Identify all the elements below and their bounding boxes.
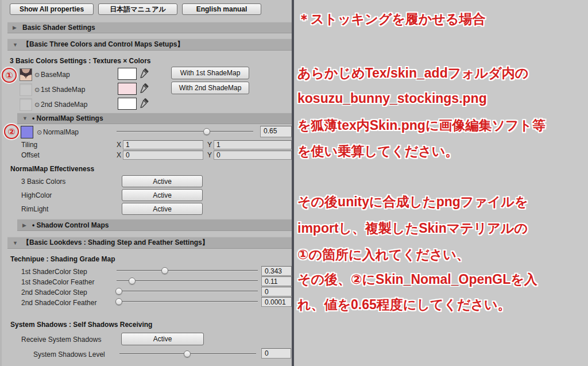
system-shadows-level-label: System Shadows Level: [33, 350, 105, 359]
note-line: を使い乗算してください。: [297, 142, 458, 160]
slider-track: [117, 280, 258, 282]
2nd-shadecolor-feather-slider[interactable]: [117, 298, 258, 306]
object-picker-icon[interactable]: ⊙: [34, 101, 40, 109]
normalmap-label: NormalMap: [43, 128, 79, 136]
header-label: Basic Shader Settings: [22, 24, 95, 32]
1st-shadercolor-step-value[interactable]: 0.343: [261, 266, 292, 276]
eyedropper-icon[interactable]: [140, 68, 149, 78]
slider-track: [117, 270, 258, 271]
tiling-y-field[interactable]: 1: [214, 140, 292, 149]
axis-y-label: Y: [207, 151, 212, 159]
technique-label: Technipue : Shading Grade Map: [10, 255, 115, 263]
header-label: 【Basic Lookdevs : Shading Step and Feath…: [22, 238, 209, 248]
1st-shadecolor-feather-label: 1st ShadeColor Feather: [21, 278, 94, 286]
1st-shadercolor-step-slider[interactable]: [117, 267, 258, 275]
header-basic-lookdevs[interactable]: ▼ 【Basic Lookdevs : Shading Step and Fea…: [7, 237, 292, 249]
system-shadows-heading: System Shadows : Self Shadows Receiving: [10, 321, 152, 329]
receive-system-shadows-label: Receive System Shadows: [21, 336, 101, 344]
callout-number-2: ②: [4, 124, 19, 139]
object-picker-icon[interactable]: ⊙: [34, 86, 40, 94]
foldout-expanded-icon[interactable]: ▼: [22, 115, 29, 121]
1st-shademap-label: 1st ShadeMap: [41, 86, 85, 94]
basemap-label: BaseMap: [41, 71, 70, 79]
effect-highcolor-label: HighColor: [21, 191, 52, 199]
slider-track: [117, 301, 258, 302]
note-line: その後unityに合成したpngファイルを: [297, 193, 528, 211]
note-line: ＊ストッキングを履かせる場合: [297, 10, 485, 28]
foldout-expanded-icon[interactable]: ▼: [13, 240, 19, 246]
japanese-manual-button[interactable]: 日本語マニュアル: [98, 3, 177, 15]
note-line: を狐薄tex内Skin.pngに画像編集ソフト等: [297, 117, 546, 134]
basemap-color-swatch[interactable]: [118, 68, 137, 80]
object-picker-icon[interactable]: ⊙: [34, 71, 40, 79]
slider-track: [117, 131, 253, 132]
2nd-shadecolor-feather-label: 2nd ShadeColor Feather: [21, 299, 96, 307]
slider-handle[interactable]: [129, 278, 136, 284]
foldout-collapsed-icon[interactable]: ▶: [22, 222, 29, 228]
axis-x-label: X: [117, 151, 121, 159]
2nd-shadecolor-step-slider[interactable]: [117, 288, 258, 295]
slider-handle[interactable]: [184, 350, 191, 357]
effect-3basic-label: 3 Basic Colors: [21, 178, 65, 186]
1st-shadecolor-feather-slider[interactable]: [117, 278, 258, 285]
axis-y-label: Y: [207, 141, 212, 149]
with-2nd-shademap-button[interactable]: With 2nd ShadeMap: [171, 82, 249, 94]
receive-system-shadows-active-button[interactable]: Active: [121, 333, 204, 345]
english-manual-button[interactable]: English manual: [182, 3, 261, 15]
note-line: その後、②にSkin_Nomal_OpenGLを入: [297, 271, 537, 288]
callout-number-1: ①: [2, 68, 17, 83]
1st-shadecolor-feather-value[interactable]: 0.11: [261, 276, 292, 286]
slider-handle[interactable]: [161, 267, 168, 274]
slider-handle[interactable]: [203, 128, 210, 135]
normalmap-color-swatch[interactable]: [21, 126, 33, 138]
1st-shademap-color-swatch[interactable]: [118, 83, 137, 95]
header-normalmap-settings[interactable]: ▼ • NormalMap Settings: [17, 113, 292, 124]
annotation-panel: ＊ストッキングを履かせる場合 あらかじめTex/skin_addフォルダ内の k…: [294, 0, 588, 366]
note-line: ①の箇所に入れてください、: [297, 246, 470, 264]
header-label: • NormalMap Settings: [32, 114, 103, 122]
2nd-shademap-label: 2nd ShadeMap: [41, 101, 87, 109]
slider-handle[interactable]: [115, 298, 122, 305]
offset-label: Offset: [21, 151, 40, 159]
note-line: kosuzu_bunny_stockings.png: [297, 91, 487, 106]
eyedropper-icon[interactable]: [140, 83, 149, 93]
effect-rimlight-label: RimLight: [21, 205, 48, 213]
2nd-shadecolor-step-value[interactable]: 0: [261, 287, 292, 296]
normalmap-value-field[interactable]: 0.65: [260, 126, 292, 137]
header-shadow-control-maps[interactable]: ▶ • Shadow Control Maps: [17, 219, 292, 231]
basemap-texture-thumbnail[interactable]: [20, 68, 32, 81]
offset-y-field[interactable]: 0: [214, 151, 292, 160]
slider-handle[interactable]: [115, 288, 122, 295]
axis-x-label: X: [117, 141, 121, 149]
object-picker-icon[interactable]: ⊙: [37, 129, 42, 136]
system-shadows-level-slider[interactable]: [119, 350, 256, 358]
header-basic-shader-settings[interactable]: ▶ Basic Shader Settings: [7, 22, 292, 33]
with-1st-shademap-button[interactable]: With 1st ShadeMap: [171, 67, 249, 79]
foldout-expanded-icon[interactable]: ▼: [13, 42, 19, 48]
header-three-colors-setups[interactable]: ▼ 【Basic Three Colors and Control Maps S…: [7, 38, 292, 51]
tiling-x-field[interactable]: 1: [123, 140, 203, 149]
show-all-properties-button[interactable]: Show All properties: [10, 3, 94, 15]
eyedropper-icon[interactable]: [140, 98, 149, 108]
effect-highcolor-active-button[interactable]: Active: [122, 189, 203, 201]
effect-3basic-active-button[interactable]: Active: [122, 175, 203, 187]
header-label: 【Basic Three Colors and Control Maps Set…: [22, 40, 184, 49]
header-label: • Shadow Control Maps: [32, 221, 109, 229]
2nd-shadecolor-feather-value[interactable]: 0.0001: [261, 297, 292, 307]
normalmap-slider[interactable]: [117, 128, 253, 136]
2nd-shademap-texture-slot[interactable]: [20, 98, 32, 111]
normalmap-effectiveness-label: NormalMap Effectiveness: [10, 165, 94, 173]
effect-rimlight-active-button[interactable]: Active: [122, 203, 203, 215]
offset-x-field[interactable]: 0: [123, 151, 203, 160]
2nd-shademap-color-swatch[interactable]: [118, 98, 137, 110]
1st-shademap-texture-slot[interactable]: [20, 83, 32, 96]
2nd-shadecolor-step-label: 2nd ShadeColor Step: [21, 288, 87, 296]
foldout-collapsed-icon[interactable]: ▶: [13, 25, 19, 30]
three-colors-sub-label: 3 Basic Colors Settings : Textures × Col…: [10, 57, 151, 65]
note-line: importし、複製したSkinマテリアルの: [297, 219, 528, 237]
note-line: れ、値を0.65程度にしてください。: [297, 296, 511, 314]
1st-shadercolor-step-label: 1st ShaderColor Step: [21, 268, 87, 276]
slider-track: [117, 291, 258, 292]
system-shadows-level-value[interactable]: 0: [261, 348, 291, 359]
screenshot-root: Show All properties 日本語マニュアル English man…: [0, 0, 588, 366]
